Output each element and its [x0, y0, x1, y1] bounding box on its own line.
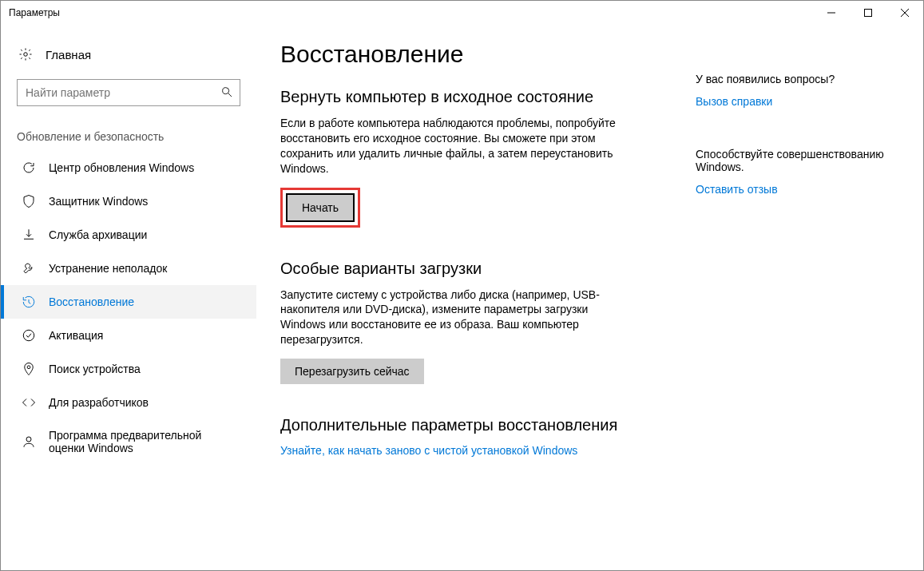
sidebar-item-backup[interactable]: Служба архивации [1, 218, 256, 252]
reset-description: Если в работе компьютера наблюдаются про… [280, 116, 624, 176]
svg-point-5 [223, 87, 229, 93]
more-recovery-heading: Дополнительные параметры восстановления [280, 416, 680, 434]
check-circle-icon [20, 328, 38, 343]
close-button[interactable] [886, 1, 923, 25]
gear-icon [17, 47, 34, 61]
sidebar-item-label: Центр обновления Windows [49, 161, 240, 174]
reset-button-highlight: Начать [280, 188, 360, 228]
questions-heading: У вас появились вопросы? [696, 73, 899, 85]
sidebar-item-insider[interactable]: Программа предварительной оценки Windows [1, 419, 256, 464]
sidebar-item-label: Поиск устройства [49, 363, 240, 375]
svg-rect-1 [865, 10, 872, 17]
sidebar-item-label: Защитник Windows [49, 195, 240, 208]
sidebar-item-recovery[interactable]: Восстановление [1, 285, 256, 319]
improve-heading: Способствуйте совершенствованию Windows. [696, 148, 899, 173]
sidebar-section-label: Обновление и безопасность [1, 130, 256, 151]
sidebar-item-defender[interactable]: Защитник Windows [1, 184, 256, 218]
titlebar: Параметры [1, 1, 923, 25]
svg-point-8 [27, 366, 30, 369]
sync-icon [20, 161, 38, 175]
sidebar-item-find-device[interactable]: Поиск устройства [1, 352, 256, 386]
main-content: Восстановление Вернуть компьютер в исход… [280, 41, 680, 570]
advanced-startup-description: Запустите систему с устройства либо диск… [280, 287, 624, 348]
search-icon [220, 85, 233, 101]
sidebar-item-label: Активация [49, 329, 240, 342]
sidebar: Главная Обновление и безопасность Центр … [1, 25, 256, 570]
reset-heading: Вернуть компьютер в исходное состояние [280, 88, 680, 106]
wrench-icon [20, 261, 38, 276]
svg-point-7 [23, 330, 34, 341]
advanced-startup-heading: Особые варианты загрузки [280, 260, 680, 278]
insider-icon [20, 434, 38, 449]
fresh-start-link[interactable]: Узнайте, как начать заново с чистой уста… [280, 444, 577, 457]
restart-now-button[interactable]: Перезагрузить сейчас [280, 359, 424, 384]
sidebar-item-label: Восстановление [49, 295, 240, 308]
location-icon [20, 362, 38, 376]
window-controls [813, 1, 923, 25]
reset-button[interactable]: Начать [286, 193, 355, 222]
search-input[interactable] [24, 85, 220, 100]
shield-icon [20, 194, 38, 208]
svg-point-9 [26, 437, 31, 442]
developer-icon [20, 395, 38, 410]
sidebar-item-label: Для разработчиков [49, 396, 240, 409]
sidebar-item-label: Служба архивации [49, 228, 240, 241]
feedback-link[interactable]: Оставить отзыв [696, 183, 778, 196]
sidebar-item-label: Устранение неполадок [49, 262, 240, 275]
minimize-button[interactable] [813, 1, 850, 25]
sidebar-item-windows-update[interactable]: Центр обновления Windows [1, 151, 256, 184]
window-title: Параметры [9, 7, 60, 18]
svg-line-6 [228, 93, 232, 97]
sidebar-item-developers[interactable]: Для разработчиков [1, 386, 256, 419]
search-box[interactable] [17, 79, 240, 106]
sidebar-home-label: Главная [46, 48, 91, 61]
maximize-button[interactable] [850, 1, 886, 25]
page-title: Восстановление [280, 41, 680, 68]
sidebar-item-activation[interactable]: Активация [1, 319, 256, 352]
svg-point-4 [24, 53, 28, 57]
sidebar-item-troubleshoot[interactable]: Устранение неполадок [1, 252, 256, 285]
aside: У вас появились вопросы? Вызов справки С… [680, 41, 899, 570]
help-link[interactable]: Вызов справки [696, 95, 772, 108]
sidebar-item-label: Программа предварительной оценки Windows [49, 429, 240, 454]
sidebar-home[interactable]: Главная [1, 41, 256, 68]
history-icon [20, 295, 38, 309]
backup-icon [20, 228, 38, 242]
